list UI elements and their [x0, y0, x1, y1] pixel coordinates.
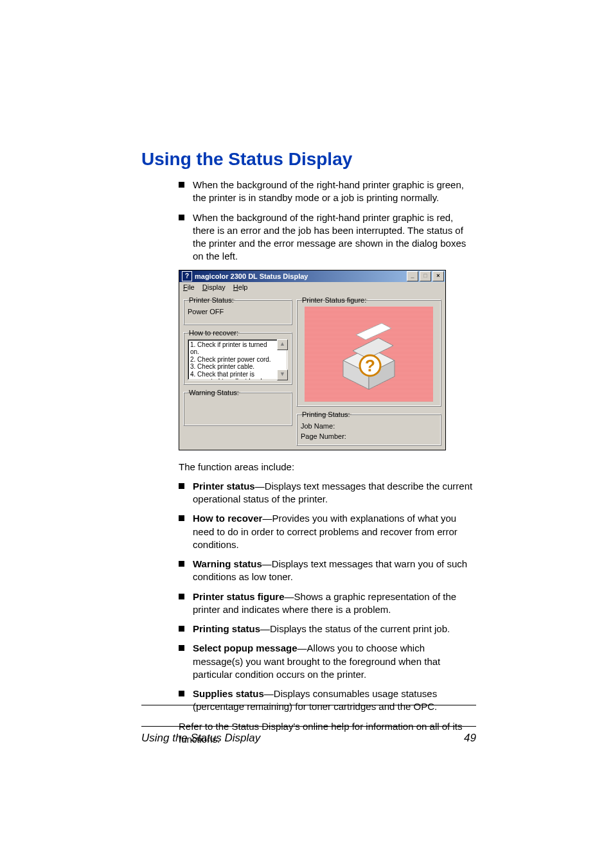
- status-display-window: ? magicolor 2300 DL Status Display _ □ ×…: [179, 270, 446, 450]
- list-item: Printer status figure—Shows a graphic re…: [179, 590, 476, 617]
- list-item: Select popup message—Allows you to choos…: [179, 642, 476, 681]
- printer-figure-background: ?: [305, 306, 433, 402]
- printer-status-value: Power OFF: [188, 306, 288, 321]
- printing-status-group: Printing Status: Job Name: Page Number:: [296, 411, 441, 446]
- menu-help[interactable]: Help: [233, 283, 248, 291]
- window-title: magicolor 2300 DL Status Display: [195, 272, 407, 280]
- warning-status-value: [188, 399, 288, 413]
- list-item: When the background of the right-hand pr…: [179, 211, 476, 263]
- list-item: Warning status—Displays text messages th…: [179, 558, 476, 584]
- list-item: When the background of the right-hand pr…: [179, 179, 476, 205]
- menubar: File Display Help: [179, 282, 445, 292]
- intro-bullet-list: When the background of the right-hand pr…: [141, 179, 476, 263]
- how-to-recover-label: How to recover:: [188, 329, 240, 337]
- function-areas-intro: The function areas include:: [179, 461, 476, 474]
- printer-icon: ?: [330, 315, 407, 393]
- menu-display[interactable]: Display: [202, 283, 226, 291]
- scroll-down-button[interactable]: ▼: [277, 369, 288, 380]
- svg-text:?: ?: [365, 356, 375, 375]
- printer-status-figure-group: Printer Status figure: ?: [296, 296, 441, 407]
- titlebar[interactable]: ? magicolor 2300 DL Status Display _ □ ×: [179, 270, 445, 282]
- footer-page-number: 49: [464, 732, 476, 745]
- printer-status-label: Printer Status:: [188, 296, 235, 304]
- how-to-recover-group: How to recover: 1. Check if printer is t…: [183, 329, 292, 385]
- page-number-label: Page Number:: [301, 431, 437, 441]
- printer-status-figure-label: Printer Status figure:: [301, 296, 368, 304]
- minimize-button[interactable]: _: [407, 271, 418, 281]
- how-to-recover-text[interactable]: 1. Check if printer is turned on. 2. Che…: [188, 339, 288, 380]
- job-name-label: Job Name:: [301, 421, 437, 431]
- footer-title: Using the Status Display: [141, 732, 260, 745]
- svg-marker-4: [356, 323, 391, 340]
- function-area-list: Printer status—Displays text messages th…: [141, 480, 476, 714]
- printer-status-group: Printer Status: Power OFF: [183, 296, 292, 325]
- list-item: Printing status—Displays the status of t…: [179, 623, 476, 635]
- warning-status-label: Warning Status:: [188, 389, 240, 396]
- close-button[interactable]: ×: [432, 271, 444, 281]
- section-heading: Using the Status Display: [141, 149, 476, 170]
- list-item: Printer status—Displays text messages th…: [179, 480, 476, 506]
- app-icon: ?: [182, 271, 192, 281]
- printing-status-label: Printing Status:: [301, 411, 351, 418]
- scroll-up-button[interactable]: ▲: [277, 339, 288, 350]
- maximize-button[interactable]: □: [420, 271, 431, 281]
- page-footer: Using the Status Display 49: [141, 705, 476, 745]
- list-item: How to recover—Provides you with explana…: [179, 512, 476, 551]
- warning-status-group: Warning Status:: [183, 389, 292, 426]
- menu-file[interactable]: File: [183, 283, 195, 291]
